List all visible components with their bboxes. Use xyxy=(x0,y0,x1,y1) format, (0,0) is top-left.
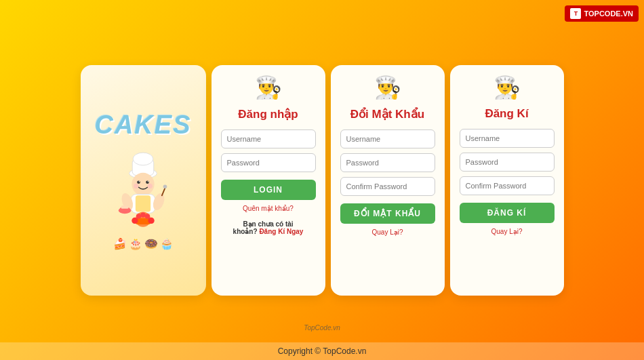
watermark-overlay: TopCode.vn xyxy=(304,324,340,332)
register-username-input[interactable] xyxy=(460,129,555,148)
svg-point-8 xyxy=(134,183,138,188)
change-pw-form: ĐỔI MẬT KHẨU Quay Lại? xyxy=(340,129,435,236)
svg-point-9 xyxy=(148,183,153,188)
login-password-input[interactable] xyxy=(221,153,316,172)
copyright-text: Copyright © TopCode.vn xyxy=(278,346,367,356)
topcode-logo-icon: T xyxy=(570,8,581,19)
register-chef-icon: 👨‍🍳 xyxy=(494,75,521,100)
register-form: ĐĂNG KÍ Quay Lại? xyxy=(460,129,555,235)
svg-line-14 xyxy=(162,188,165,195)
register-prompt: Bạn chưa có tài khoản? Đăng Kí Ngay xyxy=(221,220,316,235)
svg-point-15 xyxy=(163,184,167,188)
svg-point-5 xyxy=(146,180,149,184)
login-button[interactable]: LOGIN xyxy=(221,180,316,200)
svg-point-24 xyxy=(132,217,138,223)
login-card-chef-icon: 👨‍🍳 xyxy=(255,75,282,100)
login-card: 👨‍🍳 Đăng nhập LOGIN Quên mật khẩu? Bạn c… xyxy=(212,65,325,296)
svg-point-7 xyxy=(148,181,148,182)
svg-rect-18 xyxy=(121,205,129,209)
footer: Copyright © TopCode.vn xyxy=(0,342,644,360)
svg-point-25 xyxy=(148,217,154,223)
login-username-input[interactable] xyxy=(221,129,316,148)
change-pw-title: Đổi Mật Khẩu xyxy=(350,107,424,121)
svg-rect-11 xyxy=(136,195,150,212)
branding-panel: CAKES xyxy=(81,65,206,296)
change-pw-username-input[interactable] xyxy=(340,129,435,148)
change-pw-back-link[interactable]: Quay Lại? xyxy=(340,228,435,236)
svg-point-22 xyxy=(140,212,145,217)
change-pw-password-input[interactable] xyxy=(340,153,435,172)
main-content: CAKES xyxy=(74,58,571,302)
chef-illustration xyxy=(106,145,180,233)
svg-point-21 xyxy=(136,214,141,218)
register-card: 👨‍🍳 Đăng Kí ĐĂNG KÍ Quay Lại? xyxy=(450,65,564,296)
register-confirm-input[interactable] xyxy=(460,176,555,195)
login-form: LOGIN Quên mật khẩu? xyxy=(221,129,316,212)
login-card-title: Đăng nhập xyxy=(238,107,298,121)
svg-point-4 xyxy=(137,180,140,184)
change-password-card: 👨‍🍳 Đổi Mật Khẩu ĐỔI MẬT KHẨU Quay Lại? xyxy=(331,65,445,296)
forgot-password-link[interactable]: Quên mật khẩu? xyxy=(221,205,316,212)
svg-point-6 xyxy=(139,181,140,182)
chef-svg xyxy=(106,145,180,233)
change-pw-button[interactable]: ĐỔI MẬT KHẨU xyxy=(340,203,435,224)
change-pw-confirm-input[interactable] xyxy=(340,177,435,196)
cakes-decoration: 🍰 🎂 🍩 🧁 xyxy=(113,237,174,250)
topcode-text: TOPCODE.VN xyxy=(584,9,633,18)
change-pw-chef-icon: 👨‍🍳 xyxy=(374,75,401,100)
register-button[interactable]: ĐĂNG KÍ xyxy=(460,203,555,223)
topcode-badge: T TOPCODE.VN xyxy=(565,5,639,22)
register-password-input[interactable] xyxy=(460,153,555,172)
app-title: CAKES xyxy=(94,111,191,140)
svg-point-23 xyxy=(145,214,150,218)
svg-point-2 xyxy=(133,153,153,165)
register-link[interactable]: Đăng Kí Ngay xyxy=(259,228,303,235)
register-back-link[interactable]: Quay Lại? xyxy=(460,228,555,235)
register-card-title: Đăng Kí xyxy=(485,107,528,121)
